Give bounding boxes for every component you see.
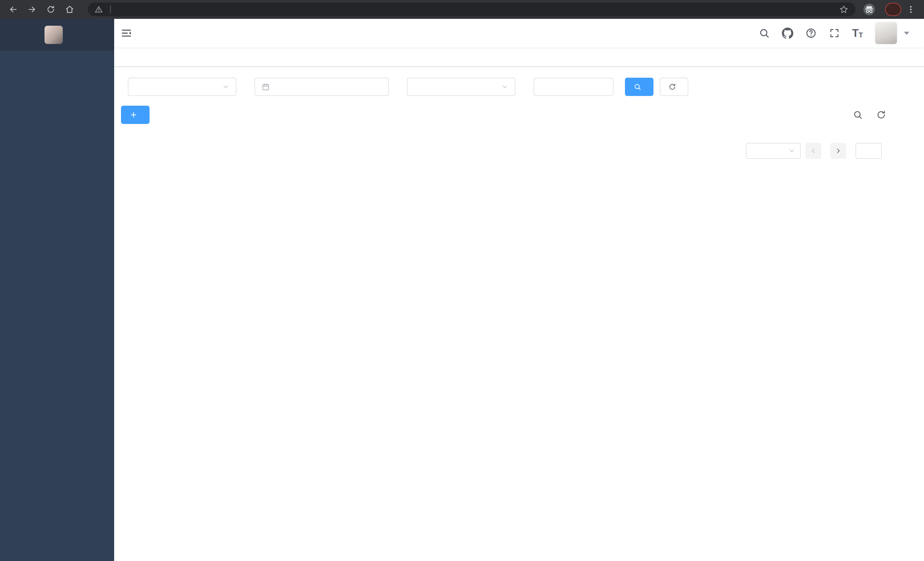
goto-page-input[interactable]	[855, 143, 882, 159]
kebab-menu-icon[interactable]	[905, 4, 916, 15]
browser-chrome	[0, 0, 924, 19]
table-toolbar	[121, 106, 886, 124]
sidebar-menu	[0, 51, 114, 561]
pagination	[121, 143, 886, 159]
logo-image	[45, 26, 63, 44]
calendar-icon	[261, 83, 270, 91]
back-icon[interactable]	[8, 4, 19, 15]
url-divider	[110, 5, 111, 14]
reason-input[interactable]	[534, 78, 614, 96]
toggle-search-icon[interactable]	[853, 110, 863, 120]
sidebar-toggle-icon[interactable]	[120, 27, 132, 39]
navbar-actions: TT	[759, 22, 909, 44]
sidebar	[0, 19, 114, 561]
help-icon[interactable]	[805, 27, 817, 39]
tabs-bar	[114, 47, 924, 67]
chevron-down-icon[interactable]	[904, 32, 909, 35]
leave-type-select[interactable]	[128, 78, 236, 96]
plus-icon	[129, 111, 138, 119]
page-size-select[interactable]	[746, 143, 801, 159]
search-icon[interactable]	[759, 27, 770, 39]
reset-button[interactable]	[660, 78, 688, 96]
incognito-badge	[863, 3, 879, 16]
refresh-icon[interactable]	[876, 110, 886, 120]
reload-icon[interactable]	[45, 4, 57, 15]
table-tools	[853, 110, 886, 120]
search-icon	[633, 83, 642, 91]
chevron-down-icon	[788, 147, 796, 155]
forward-icon[interactable]	[26, 4, 38, 15]
chevron-down-icon	[501, 83, 508, 90]
update-button[interactable]	[885, 3, 901, 16]
navbar: TT	[114, 19, 924, 47]
prev-page-button[interactable]	[805, 143, 821, 159]
chevron-down-icon	[222, 83, 230, 90]
result-select[interactable]	[407, 78, 515, 96]
search-button[interactable]	[625, 78, 654, 96]
incognito-icon	[863, 3, 876, 16]
warning-icon	[95, 5, 103, 14]
refresh-icon	[668, 83, 676, 91]
create-leave-button[interactable]	[121, 106, 150, 124]
next-page-button[interactable]	[830, 143, 846, 159]
app-logo[interactable]	[0, 19, 114, 51]
avatar[interactable]	[875, 22, 897, 44]
apply-time-range-picker[interactable]	[255, 78, 388, 96]
filter-form	[121, 78, 886, 96]
browser-home-icon[interactable]	[64, 4, 75, 15]
github-icon[interactable]	[782, 27, 793, 39]
address-bar[interactable]	[88, 3, 855, 16]
page-content	[114, 67, 924, 561]
fullscreen-icon[interactable]	[829, 27, 840, 39]
font-size-icon[interactable]: TT	[852, 28, 863, 39]
bookmark-star-icon[interactable]	[839, 5, 849, 14]
